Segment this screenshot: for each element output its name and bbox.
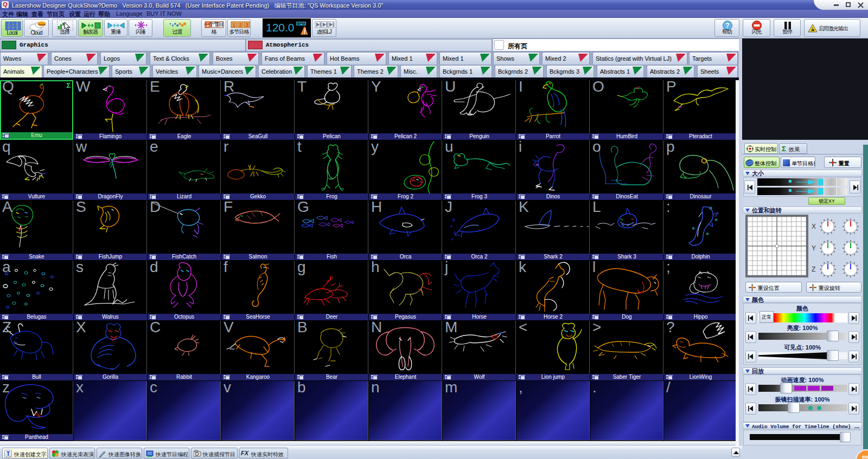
svg-text:1: 1 bbox=[232, 22, 235, 28]
svg-text:2: 2 bbox=[239, 22, 241, 28]
svg-text:beta: beta bbox=[39, 23, 45, 26]
svg-text:BB: BB bbox=[862, 455, 868, 459]
svg-text:3: 3 bbox=[245, 22, 248, 28]
